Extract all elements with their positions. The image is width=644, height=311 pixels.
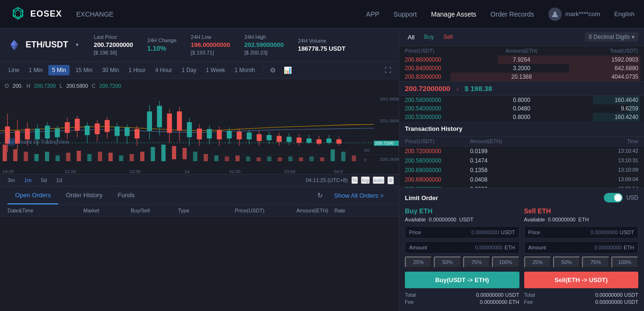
nav-exchange[interactable]: EXCHANGE <box>76 10 114 18</box>
svg-rect-37 <box>65 122 70 133</box>
svg-text:04:3: 04:3 <box>334 169 343 174</box>
chart-fullscreen-icon[interactable]: ⛶ <box>382 64 394 76</box>
tb-line[interactable]: Line <box>5 65 23 75</box>
trading-panel-header: Limit Order USD <box>405 193 638 202</box>
chart-auto-toggle[interactable]: auto <box>373 176 385 184</box>
svg-rect-63 <box>197 128 202 139</box>
sell-row-0[interactable]: 200.86000000 7.9264 1592.0903 <box>403 55 640 64</box>
tb-1month[interactable]: 1 Month <box>231 65 259 75</box>
sell-amount-1: 3.2000 <box>483 65 560 72</box>
sell-row-2[interactable]: 200.83000000 20.1368 4044.0735 <box>403 73 640 81</box>
svg-marker-1 <box>15 10 21 18</box>
tb-1week[interactable]: 1 Week <box>202 65 229 75</box>
col-type: Type <box>178 208 235 213</box>
buy-row-1[interactable]: 200.54000000 0.0480 9.6259 <box>403 104 640 113</box>
sell-pct-50[interactable]: 50% <box>553 256 580 268</box>
th-amount-0: 0.0199 <box>470 148 536 155</box>
nav-manage-assets[interactable]: Manage Assets <box>431 10 476 18</box>
buy-price-field[interactable]: Price 0.00000000 USDT <box>405 226 519 238</box>
pair-dropdown-arrow[interactable]: ▼ <box>75 42 80 47</box>
th-row-3[interactable]: 200.69000000 0.0408 13:09:04 <box>399 175 644 184</box>
buy-pct-100[interactable]: 100% <box>492 256 519 268</box>
th-row-4[interactable]: 200.69000000 0.0000 13:08:54 <box>399 184 644 188</box>
tb-4hour[interactable]: 4 Hour <box>151 65 176 75</box>
order-table-body <box>0 217 399 311</box>
tab-open-orders[interactable]: Open Orders <box>8 187 58 204</box>
high-value: 202.59000000 <box>244 41 284 48</box>
buy-row-2[interactable]: 200.53000000 0.8000 160.4240 <box>403 113 640 121</box>
buy-pct-50[interactable]: 50% <box>434 256 461 268</box>
sell-available: Available 0.00000000 ETH <box>524 217 639 222</box>
th-row-2[interactable]: 200.69000000 0.1358 13:10:09 <box>399 165 644 175</box>
trading-pair[interactable]: ETH/USDT <box>26 40 68 50</box>
zoom-1m[interactable]: 1m <box>21 176 34 184</box>
tab-funds[interactable]: Funds <box>110 187 142 204</box>
chart-log-toggle[interactable]: log <box>361 176 370 184</box>
chart-settings-icon[interactable]: ⚙ <box>267 64 279 76</box>
th-type-3 <box>535 176 600 183</box>
chart-indicator-icon[interactable]: 📊 <box>281 64 295 76</box>
sell-pct-75[interactable]: 75% <box>582 256 609 268</box>
buy-amount-2: 0.8000 <box>483 114 560 120</box>
buy-amount-field[interactable]: Amount 0.00000000 ETH <box>405 241 519 254</box>
decimal-selector[interactable]: 8 Decimal Digits ▾ <box>585 32 638 42</box>
sell-price-field[interactable]: Price 0.00000000 USDT <box>524 226 639 238</box>
buy-button[interactable]: Buy(USDT -> ETH) <box>405 272 519 288</box>
user-name[interactable]: mark****com <box>565 10 600 18</box>
last-price-item: Last Price 200.72000000 [$ 198.38] <box>94 34 133 55</box>
svg-rect-121 <box>214 156 218 161</box>
ob-tab-buy[interactable]: Buy <box>421 33 437 41</box>
th-col-price: Price(USDT) <box>405 138 470 144</box>
sell-amount-field[interactable]: Amount 0.00000000 ETH <box>524 241 639 254</box>
chart-settings-btn[interactable]: ⚙ <box>387 176 394 184</box>
nav-app[interactable]: APP <box>366 10 379 18</box>
tb-1hour[interactable]: 1 Hour <box>125 65 149 75</box>
th-col-headers: Price(USDT) Amount(ETH) Time <box>399 137 644 146</box>
ob-tab-all[interactable]: All <box>405 33 417 42</box>
chart-toolbar: Line 1 Min 5 Min 15 Min 30 Min 1 Hour 4 … <box>0 62 399 79</box>
limit-toggle[interactable] <box>604 193 623 202</box>
th-price-3: 200.69000000 <box>405 176 470 183</box>
orderbook-col-headers: Price(USDT) Amount(ETH) Total(USDT) <box>403 46 640 55</box>
svg-rect-59 <box>177 111 182 131</box>
chart-area: O 200. H 200.7200 L 200.5800 C 200.7200 … <box>0 79 399 174</box>
zoom-5d[interactable]: 5d <box>38 176 50 184</box>
svg-rect-65 <box>207 129 212 138</box>
chart-percent-toggle[interactable]: % <box>351 176 358 184</box>
th-price-2: 200.69000000 <box>405 167 470 174</box>
svg-rect-61 <box>187 122 192 137</box>
svg-rect-101 <box>3 145 7 161</box>
th-row-0[interactable]: 200.72000000 0.0199 13:10:42 <box>399 146 644 156</box>
tb-1day[interactable]: 1 Day <box>178 65 200 75</box>
buy-pct-25[interactable]: 25% <box>405 256 432 268</box>
zoom-3m[interactable]: 3m <box>5 176 18 184</box>
buy-pct-75[interactable]: 75% <box>463 256 490 268</box>
tab-order-history[interactable]: Order History <box>58 187 110 204</box>
tb-30min[interactable]: 30 Min <box>98 65 123 75</box>
tb-5min[interactable]: 5 Min <box>48 65 70 75</box>
nav-support[interactable]: Support <box>394 10 417 18</box>
tb-1min[interactable]: 1 Min <box>25 65 46 75</box>
tb-15min[interactable]: 15 Min <box>72 65 96 75</box>
svg-text:201.0000: 201.0000 <box>380 118 399 123</box>
buy-amount-1: 0.0480 <box>483 105 560 112</box>
show-all-orders[interactable]: Show All Orders > <box>327 188 391 203</box>
col-buysell: Buy/Sell <box>131 208 178 213</box>
sell-button[interactable]: Sell(ETH -> USDT) <box>524 272 639 288</box>
sell-row-1[interactable]: 200.84000000 3.2000 642.6880 <box>403 64 640 73</box>
last-price-sub: [$ 198.38] <box>94 50 133 55</box>
buy-row-0[interactable]: 200.58000000 0.8000 160.4640 <box>403 96 640 104</box>
zoom-1d[interactable]: 1d <box>54 176 65 184</box>
language-selector[interactable]: English <box>614 10 635 18</box>
buy-total-1: 9.6259 <box>561 105 638 112</box>
ob-tab-sell[interactable]: Sell <box>440 33 456 41</box>
ohlc-l-label: L <box>60 83 63 89</box>
th-row-1[interactable]: 200.58000000 0.1474 13:10:31 <box>399 156 644 165</box>
sell-pct-100[interactable]: 100% <box>611 256 638 268</box>
svg-text:n: n <box>364 157 367 162</box>
change-label: 24H Change <box>147 37 177 43</box>
sell-price-unit: USDT <box>620 229 634 235</box>
sell-pct-25[interactable]: 25% <box>524 256 551 268</box>
nav-order-records[interactable]: Order Records <box>491 10 534 18</box>
refresh-icon[interactable]: ↻ <box>313 188 327 203</box>
